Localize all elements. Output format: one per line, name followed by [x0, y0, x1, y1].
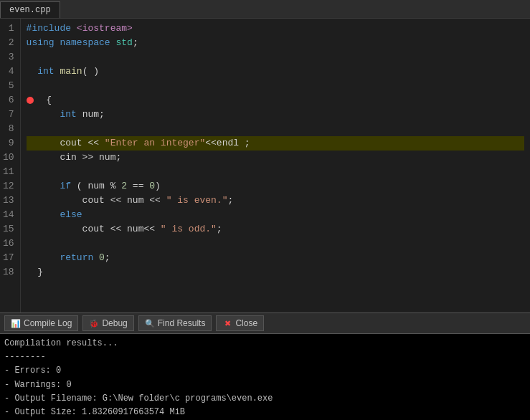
close-button[interactable]: ✖ Close	[216, 315, 264, 331]
token-plain: cin >> num;	[27, 152, 122, 163]
code-line: {	[27, 93, 524, 108]
token-num: 2	[121, 181, 127, 191]
token-plain: {	[35, 95, 52, 105]
code-line: cin >> num;	[27, 151, 524, 165]
compile-log-label: Compile Log	[24, 318, 72, 328]
chart-icon: 📊	[11, 318, 21, 328]
token-str: " is even."	[166, 195, 228, 206]
token-plain: )	[155, 181, 161, 191]
log-line: - Output Filename: G:\New folder\c progr…	[4, 392, 526, 406]
token-plain	[27, 252, 60, 263]
debug-button[interactable]: 🐞 Debug	[82, 315, 133, 331]
log-line: - Warnings: 0	[4, 378, 526, 392]
token-plain: ( num %	[71, 181, 121, 191]
code-line: if ( num % 2 == 0)	[27, 179, 524, 194]
token-plain: ;	[227, 195, 233, 206]
token-plain: cout <<	[27, 138, 105, 148]
token-kw: int	[37, 66, 54, 77]
bug-icon: 🐞	[89, 318, 99, 328]
token-num: 0	[99, 252, 105, 263]
code-line: #include <iostream>	[27, 22, 524, 36]
compile-log-panel: Compilation results...--------- Errors: …	[0, 334, 530, 420]
token-plain: ==	[127, 181, 149, 191]
code-line: int num;	[27, 108, 524, 122]
token-plain: ( )	[82, 66, 99, 77]
close-label: Close	[235, 318, 257, 328]
token-str: "Enter an integer"	[105, 138, 205, 148]
code-line: int main( )	[27, 65, 524, 79]
token-plain: ;	[105, 252, 110, 263]
token-plain: <<endl ;	[205, 138, 250, 148]
code-editor: 123456789101112131415161718 #include <io…	[0, 19, 530, 312]
code-line: using namespace std;	[27, 36, 524, 50]
search-icon: 🔍	[145, 318, 155, 328]
token-inc: <iostream>	[71, 23, 133, 34]
code-line: }	[27, 265, 524, 280]
token-fn: main	[60, 66, 82, 77]
compile-log-button[interactable]: 📊 Compile Log	[4, 315, 78, 331]
code-line: return 0;	[27, 251, 524, 265]
code-line	[27, 165, 524, 179]
token-plain: }	[27, 267, 43, 277]
code-area: 123456789101112131415161718 #include <io…	[0, 19, 530, 312]
breakpoint-dot	[27, 97, 34, 104]
token-str: " is odd."	[161, 224, 217, 234]
token-kw: return	[60, 252, 93, 263]
code-line: else	[27, 208, 524, 222]
log-line: - Errors: 0	[4, 364, 526, 378]
code-line	[27, 79, 524, 93]
token-plain: num;	[77, 109, 105, 120]
token-kw: namespace	[60, 37, 110, 48]
code-line: cout << num<< " is odd.";	[27, 222, 524, 237]
log-line: - Output Size: 1.83260917663574 MiB	[4, 406, 526, 419]
log-line: Compilation results...	[4, 337, 526, 350]
token-plain: ;	[217, 224, 222, 234]
code-line	[27, 237, 524, 251]
tab-even-cpp[interactable]: even.cpp	[0, 1, 60, 18]
code-line	[27, 50, 524, 65]
token-kw: #include	[27, 23, 71, 34]
token-plain	[27, 109, 60, 120]
token-plain	[27, 209, 60, 220]
log-line: --------	[4, 350, 526, 364]
token-plain	[93, 252, 99, 263]
bottom-toolbar: 📊 Compile Log 🐞 Debug 🔍 Find Results ✖ C…	[0, 312, 530, 334]
find-results-label: Find Results	[158, 318, 206, 328]
debug-label: Debug	[102, 318, 127, 328]
code-line: cout << "Enter an integer"<<endl ;	[27, 136, 524, 151]
code-line	[27, 122, 524, 136]
find-results-button[interactable]: 🔍 Find Results	[138, 315, 212, 331]
close-icon: ✖	[222, 318, 232, 328]
token-ns: std	[115, 37, 132, 48]
token-kw: else	[60, 209, 82, 220]
token-num: 0	[149, 181, 155, 191]
code-content[interactable]: #include <iostream>using namespace std; …	[21, 19, 530, 312]
token-plain	[27, 181, 60, 191]
token-kw: if	[60, 181, 71, 191]
token-kw: int	[60, 109, 76, 120]
token-kw: using	[27, 37, 55, 48]
token-plain: ;	[133, 37, 138, 48]
code-line: cout << num << " is even.";	[27, 194, 524, 208]
tab-bar: even.cpp	[0, 0, 530, 19]
line-numbers: 123456789101112131415161718	[0, 19, 21, 312]
token-plain: cout << num <<	[27, 195, 166, 206]
token-plain: cout << num<<	[27, 224, 161, 234]
token-plain	[27, 66, 38, 77]
